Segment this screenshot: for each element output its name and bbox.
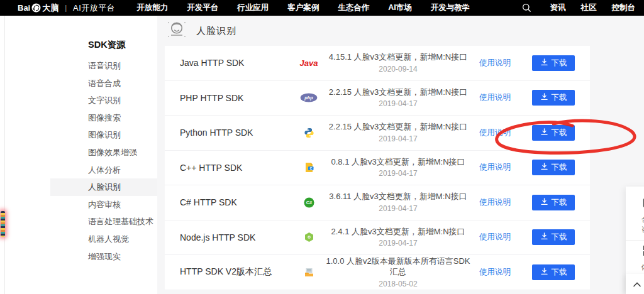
sdk-release-date: 2019-04-17 <box>326 99 470 109</box>
download-button[interactable]: 下载 <box>532 55 575 71</box>
sidebar-items: 语音识别语音合成文字识别图像搜索图像识别图像效果增强人体分析人脸识别内容审核语言… <box>6 57 157 265</box>
sdk-version-block: 2.2.15 人脸v3文档更新，新增M:N接口2019-04-17 <box>326 87 470 109</box>
table-row: Java HTTP SDKJava4.15.1 人脸v3文档更新，新增M:N接口… <box>165 46 590 81</box>
baidu-brain-logo[interactable]: Bai 大脑 ｜ AI开放平台 <box>18 3 115 14</box>
floating-panel-item[interactable]: 合作咨询 <box>626 193 644 240</box>
sidebar: SDK资源 语音识别语音合成文字识别图像搜索图像识别图像效果增强人体分析人脸识别… <box>6 16 157 294</box>
topbar-nav-item[interactable]: 行业应用 <box>237 3 269 13</box>
back-to-top-button[interactable] <box>626 274 644 294</box>
sdk-name-label: Node.js HTTP SDK <box>180 232 292 242</box>
chevron-up-icon <box>633 278 641 290</box>
download-button-label: 下载 <box>552 162 567 173</box>
floating-panel-label: 合作咨询 <box>641 215 644 235</box>
topbar-nav: 开放能力开发平台行业应用客户案例生态合作AI市场开发与教学 <box>136 3 470 13</box>
sdk-table: Java HTTP SDKJava4.15.1 人脸v3文档更新，新增M:N接口… <box>165 46 590 290</box>
topbar-nav-item[interactable]: 客户案例 <box>287 3 319 13</box>
usage-doc-link[interactable]: 使用说明 <box>479 267 518 278</box>
download-button[interactable]: 下载 <box>532 160 575 175</box>
svg-text:php: php <box>304 95 313 101</box>
sidebar-item[interactable]: 语音识别 <box>6 57 157 75</box>
topbar-nav-item[interactable]: 开发与教学 <box>431 3 470 13</box>
sdk-release-date: 2019-04-17 <box>326 238 470 248</box>
sdk-version-note: 2.2.15 人脸v3文档更新，新增M:N接口 <box>326 87 470 98</box>
usage-doc-link[interactable]: 使用说明 <box>479 58 518 68</box>
download-button[interactable]: 下载 <box>532 229 575 245</box>
download-button-label: 下载 <box>552 128 567 138</box>
topbar-nav-item[interactable]: 开发平台 <box>187 3 218 13</box>
download-button-label: 下载 <box>552 92 567 103</box>
sidebar-item[interactable]: 图像识别 <box>6 126 157 144</box>
page-title: 人脸识别 <box>196 25 236 37</box>
sdk-version-note: 3.6.11 人脸v3文档更新，新增M:N接口 <box>326 191 470 202</box>
sidebar-title: SDK资源 <box>6 40 157 50</box>
topbar-link[interactable]: 控制台 <box>612 3 636 13</box>
face-scan-icon <box>166 19 187 42</box>
table-row: Node.js HTTP SDK2.4.1 人脸v3文档更新，新增M:N接口20… <box>165 220 590 256</box>
topbar-nav-item[interactable]: 开放能力 <box>136 3 168 13</box>
download-button-label: 下载 <box>552 197 567 208</box>
sidebar-item[interactable]: 文字识别 <box>6 92 157 109</box>
sdk-release-date: 2018-05-02 <box>326 279 470 289</box>
sidebar-item[interactable]: 图像效果增强 <box>6 144 157 161</box>
page-header: 人脸识别 <box>157 16 644 46</box>
download-icon <box>540 93 548 102</box>
download-icon <box>540 232 548 242</box>
sidebar-item[interactable]: 语言处理基础技术 <box>6 213 157 231</box>
download-button-label: 下载 <box>552 58 567 68</box>
sidebar-item[interactable]: 图像搜索 <box>6 109 157 127</box>
browser-extension-tab <box>1 211 5 237</box>
sdk-version-block: 2.4.1 人脸v3文档更新，新增M:N接口2019-04-17 <box>326 226 470 249</box>
sdk-release-date: 2019-04-17 <box>326 168 470 178</box>
logo-brand: 大脑 <box>42 3 58 14</box>
archive-logo <box>292 267 326 278</box>
sdk-version-note: 0.8.1 人脸v3文档更新，新增M:N接口 <box>326 156 470 168</box>
sdk-version-block: 0.8.1 人脸v3文档更新，新增M:N接口2019-04-17 <box>326 156 470 179</box>
sidebar-item[interactable]: 语音合成 <box>6 75 157 92</box>
sdk-version-block: 3.6.11 人脸v3文档更新，新增M:N接口2019-04-17 <box>326 191 470 214</box>
sdk-version-note: 1.0.0 人脸v2版本最新版本所有语言SDK汇总 <box>326 256 470 278</box>
table-row: HTTP SDK V2版本汇总1.0.0 人脸v2版本最新版本所有语言SDK汇总… <box>165 255 590 290</box>
download-icon <box>540 58 548 68</box>
topbar: Bai 大脑 ｜ AI开放平台 开放能力开发平台行业应用客户案例生态合作AI市场… <box>0 0 644 16</box>
sdk-version-note: 2.2.15 人脸v3文档更新，新增M:N接口 <box>326 121 470 133</box>
usage-doc-link[interactable]: 使用说明 <box>479 162 518 173</box>
sdk-release-date: 2019-04-17 <box>326 134 470 144</box>
topbar-nav-item[interactable]: 生态合作 <box>338 3 369 13</box>
download-button[interactable]: 下载 <box>532 90 575 106</box>
topbar-right: 资讯社区控制台 <box>522 3 636 13</box>
java-logo: Java <box>292 58 326 68</box>
sidebar-item[interactable]: 内容审核 <box>6 196 157 214</box>
brain-logo-icon <box>31 3 41 13</box>
sdk-version-block: 1.0.0 人脸v2版本最新版本所有语言SDK汇总2018-05-02 <box>326 256 470 289</box>
topbar-nav-item[interactable]: AI市场 <box>388 3 412 13</box>
sidebar-item[interactable]: 人体分析 <box>6 161 157 179</box>
sidebar-item-active[interactable]: 人脸识别 <box>50 178 157 196</box>
sdk-name-label: PHP HTTP SDK <box>180 93 292 103</box>
usage-doc-link[interactable]: 使用说明 <box>479 128 518 138</box>
logo-suffix: AI开放平台 <box>73 3 115 14</box>
download-button-label: 下载 <box>552 232 567 242</box>
download-icon <box>540 128 548 138</box>
main-content: 人脸识别 Java HTTP SDKJava4.15.1 人脸v3文档更新，新增… <box>157 16 644 294</box>
table-row: Python HTTP SDK2.2.15 人脸v3文档更新，新增M:N接口20… <box>165 116 590 151</box>
download-button[interactable]: 下载 <box>532 264 575 280</box>
sdk-version-block: 4.15.1 人脸v3文档更新，新增M:N接口2020-09-14 <box>326 52 470 74</box>
topbar-link[interactable]: 资讯 <box>550 3 566 13</box>
download-button[interactable]: 下载 <box>532 125 575 141</box>
download-button-label: 下载 <box>552 267 567 278</box>
usage-doc-link[interactable]: 使用说明 <box>479 197 518 208</box>
download-icon <box>540 163 548 172</box>
sdk-name-label: HTTP SDK V2版本汇总 <box>180 266 292 278</box>
sidebar-item[interactable]: 机器人视觉 <box>6 231 157 248</box>
cpp-logo: C <box>292 162 326 173</box>
usage-doc-link[interactable]: 使用说明 <box>479 232 518 242</box>
sdk-release-date: 2020-09-14 <box>326 64 470 74</box>
topbar-link[interactable]: 社区 <box>581 3 597 13</box>
sdk-name-label: Java HTTP SDK <box>180 58 292 68</box>
sidebar-item[interactable]: 增强现实 <box>6 248 157 266</box>
sdk-name-label: Python HTTP SDK <box>180 128 292 138</box>
download-button[interactable]: 下载 <box>532 195 575 210</box>
usage-doc-link[interactable]: 使用说明 <box>479 92 518 103</box>
sdk-release-date: 2019-04-17 <box>326 204 470 214</box>
search-icon[interactable] <box>522 3 531 13</box>
